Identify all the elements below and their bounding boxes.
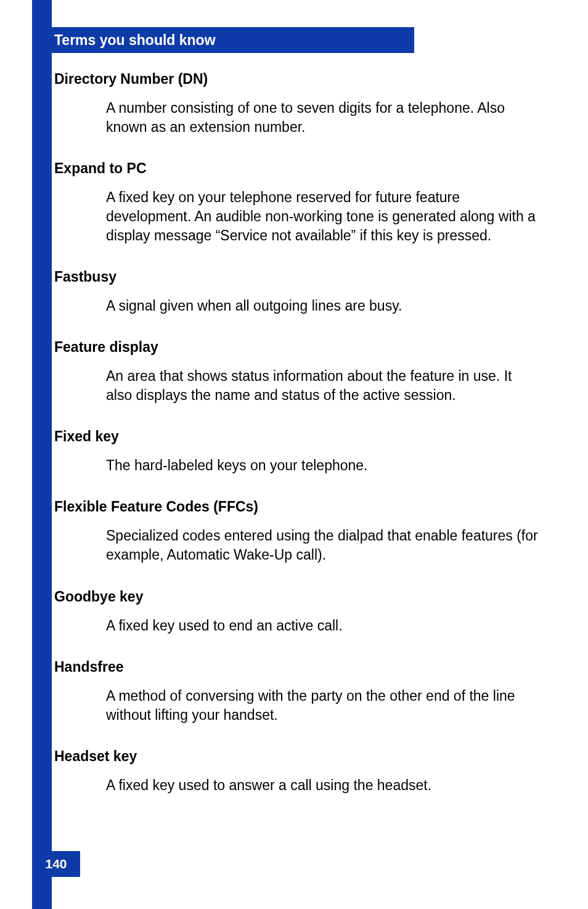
term-definition: Specialized codes entered using the dial… <box>106 526 541 565</box>
term-heading: Headset key <box>54 748 541 765</box>
term-heading: Fixed key <box>54 428 541 445</box>
term-heading: Fastbusy <box>54 269 541 285</box>
header-title: Terms you should know <box>54 32 216 49</box>
term-definition: A signal given when all outgoing lines a… <box>106 296 541 316</box>
term-definition: A number consisting of one to seven digi… <box>106 99 541 137</box>
content-area: Directory Number (DN) A number consistin… <box>54 71 541 818</box>
page-number-box: 140 <box>32 851 80 877</box>
term-heading: Feature display <box>54 339 541 356</box>
term-heading: Handsfree <box>54 659 541 675</box>
term-definition: The hard-labeled keys on your telephone. <box>106 456 541 475</box>
term-heading: Flexible Feature Codes (FFCs) <box>54 499 541 515</box>
term-definition: A fixed key on your telephone reserved f… <box>106 188 541 245</box>
term-heading: Expand to PC <box>54 160 541 177</box>
term-definition: A fixed key used to end an active call. <box>106 616 541 635</box>
term-definition: A method of conversing with the party on… <box>106 687 541 725</box>
page-number: 140 <box>45 857 67 871</box>
term-definition: A fixed key used to answer a call using … <box>106 776 541 795</box>
header-bar: Terms you should know <box>32 27 414 53</box>
term-heading: Goodbye key <box>54 589 541 605</box>
term-heading: Directory Number (DN) <box>54 71 541 88</box>
blue-sidebar <box>32 0 52 909</box>
term-definition: An area that shows status information ab… <box>106 367 541 405</box>
